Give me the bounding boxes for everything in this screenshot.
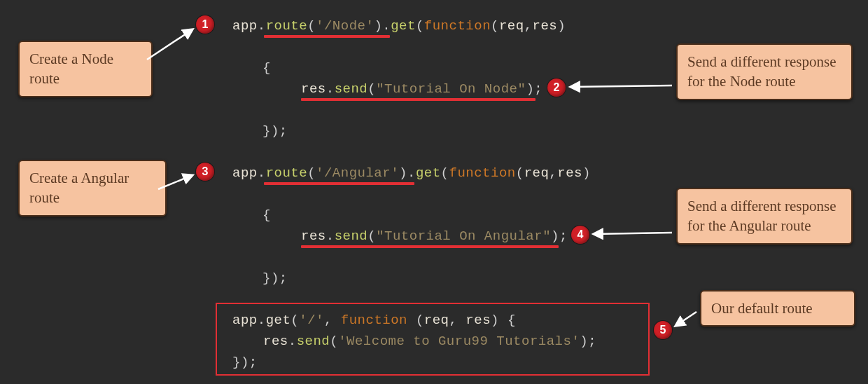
badge-5: 5 [654,321,672,339]
badge-4: 4 [571,226,589,244]
svg-line-0 [147,29,192,60]
badge-1: 1 [196,15,214,34]
callout-node-response: Send a different response for the Node r… [676,43,853,100]
callout-node-route: Create a Node route [18,41,153,97]
code-line-2: { [262,62,271,75]
code-line-7: res.send("Tutorial On Angular"); [301,230,568,243]
callout-angular-route: Create a Angular route [18,160,167,217]
code-line-8: }); [262,272,288,285]
underline-send-node [301,98,536,101]
svg-line-4 [676,312,696,326]
underline-route-node [264,35,390,38]
underline-route-angular [264,182,414,185]
code-line-4: }); [262,125,288,138]
code-line-1: app.route('/Node').get(function(req,res) [232,20,566,33]
svg-line-1 [570,85,672,87]
badge-2: 2 [547,78,566,97]
code-line-5: app.route('/Angular').get(function(req,r… [232,167,591,180]
code-line-6: { [262,209,271,222]
svg-line-3 [594,233,672,234]
code-line-3: res.send("Tutorial On Node"); [301,83,542,96]
default-route-box [216,303,650,376]
callout-angular-response: Send a different response for the Angula… [676,188,853,245]
callout-default-route: Our default route [700,290,855,327]
badge-3: 3 [196,163,214,181]
underline-send-angular [301,245,559,248]
